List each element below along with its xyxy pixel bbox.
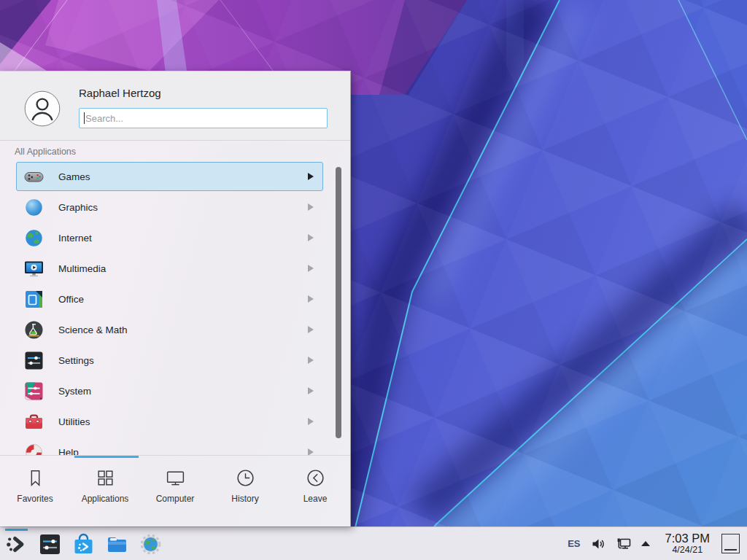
submenu-arrow-icon <box>308 203 314 211</box>
menu-item-label: Internet <box>58 233 92 244</box>
menu-item-system[interactable]: System <box>16 376 323 405</box>
submenu-arrow-icon <box>308 295 314 303</box>
volume-icon <box>591 537 605 551</box>
menu-item-label: Graphics <box>58 202 98 213</box>
text-cursor <box>84 112 85 124</box>
menu-item-settings[interactable]: Settings <box>16 346 323 375</box>
menu-item-office[interactable]: Office <box>16 284 323 314</box>
network-tray-button[interactable] <box>616 536 632 552</box>
tab-favorites[interactable]: Favorites <box>0 467 70 526</box>
settings-icon <box>24 351 44 370</box>
tab-history[interactable]: History <box>210 467 280 526</box>
launcher-tab-bar: Favorites Applications Computer <box>0 455 350 526</box>
app-launcher-button[interactable] <box>5 533 28 556</box>
active-tab-indicator <box>74 456 139 458</box>
submenu-arrow-icon <box>308 173 314 180</box>
menu-item-label: Science & Math <box>58 324 128 335</box>
help-icon <box>24 443 44 456</box>
search-input[interactable] <box>79 108 328 128</box>
desktop: Raphael Hertzog All Applications Games <box>0 0 747 560</box>
taskbar-panel: ES <box>0 526 747 560</box>
network-icon <box>616 536 632 552</box>
application-category-list: Games Graphics Internet <box>0 162 350 456</box>
science-icon <box>24 320 44 340</box>
menu-item-label: System <box>58 386 91 397</box>
discover-task[interactable] <box>72 533 95 556</box>
volume-tray-button[interactable] <box>591 537 605 551</box>
user-name: Raphael Hertzog <box>79 87 161 99</box>
list-scrollbar[interactable] <box>336 167 341 438</box>
clock-time: 7:03 PM <box>665 532 710 545</box>
application-launcher-menu: Raphael Hertzog All Applications Games <box>0 71 351 526</box>
submenu-arrow-icon <box>308 265 314 272</box>
folder-icon <box>106 533 128 556</box>
graphics-icon <box>24 198 44 217</box>
grid-icon <box>95 467 116 489</box>
system-icon <box>24 381 44 401</box>
leave-icon <box>305 467 326 489</box>
menu-item-label: Utilities <box>58 416 90 427</box>
menu-item-graphics[interactable]: Graphics <box>16 192 323 222</box>
menu-item-multimedia[interactable]: Multimedia <box>16 254 323 283</box>
internet-icon <box>24 228 44 248</box>
tab-computer[interactable]: Computer <box>140 467 210 526</box>
menu-item-science-math[interactable]: Science & Math <box>16 315 323 344</box>
launcher-active-indicator <box>5 529 28 531</box>
clock-date: 4/24/21 <box>672 545 703 556</box>
section-label: All Applications <box>15 147 76 157</box>
file-manager-task[interactable] <box>106 533 128 556</box>
multimedia-icon <box>24 259 44 279</box>
submenu-arrow-icon <box>308 357 314 364</box>
menu-item-label: Multimedia <box>58 263 106 274</box>
menu-item-internet[interactable]: Internet <box>16 223 323 252</box>
submenu-arrow-icon <box>308 234 314 241</box>
caret-up-icon <box>640 540 651 547</box>
clock-icon <box>235 467 256 489</box>
tab-label: Computer <box>156 494 195 504</box>
discover-icon <box>72 533 95 556</box>
show-desktop-button[interactable] <box>721 534 740 553</box>
user-avatar[interactable] <box>24 90 61 127</box>
tab-label: Applications <box>82 494 129 504</box>
tab-label: Leave <box>303 494 328 504</box>
digital-clock[interactable]: 7:03 PM 4/24/21 <box>665 532 710 555</box>
menu-item-help[interactable]: Help <box>16 438 323 456</box>
menu-item-label: Office <box>58 294 84 305</box>
tab-label: Favorites <box>17 494 53 504</box>
system-settings-task[interactable] <box>39 533 61 556</box>
menu-item-games[interactable]: Games <box>16 162 323 191</box>
kde-launcher-icon <box>5 533 28 556</box>
menu-item-label: Games <box>58 171 90 182</box>
monitor-icon <box>165 467 186 489</box>
submenu-arrow-icon <box>308 326 314 333</box>
launcher-header: Raphael Hertzog <box>0 71 350 141</box>
tab-label: History <box>231 494 258 504</box>
submenu-arrow-icon <box>308 387 314 394</box>
submenu-arrow-icon <box>308 418 314 425</box>
system-settings-icon <box>39 533 61 556</box>
keyboard-layout-indicator[interactable]: ES <box>568 538 580 549</box>
web-browser-task[interactable] <box>139 533 162 556</box>
tab-applications[interactable]: Applications <box>70 467 140 526</box>
office-icon <box>24 289 44 309</box>
utilities-icon <box>24 412 44 432</box>
tab-leave[interactable]: Leave <box>280 467 350 526</box>
menu-item-label: Settings <box>58 355 94 366</box>
tray-expander-button[interactable] <box>640 540 651 547</box>
menu-item-utilities[interactable]: Utilities <box>16 407 323 436</box>
games-icon <box>24 167 44 187</box>
globe-browser-icon <box>139 533 162 556</box>
bookmark-icon <box>25 467 46 489</box>
